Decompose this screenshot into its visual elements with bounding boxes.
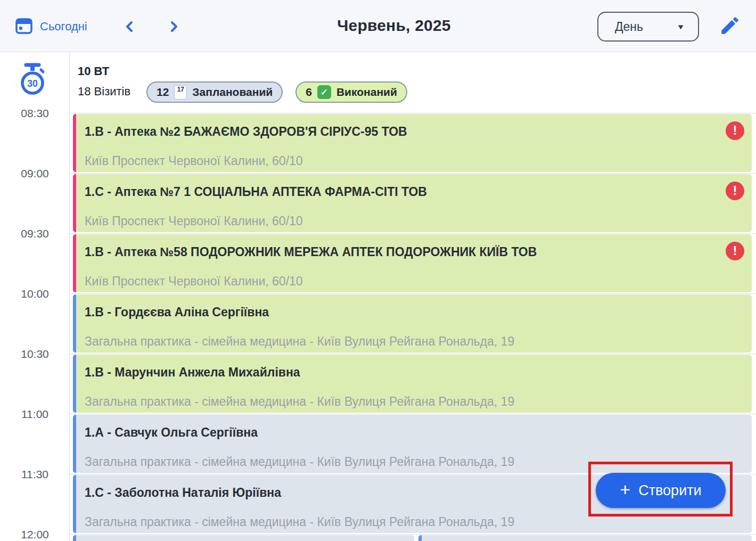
event-card[interactable]: 1.С - Аптека №7 1 СОЦІАЛЬНА АПТЕКА ФАРМА… bbox=[73, 174, 752, 232]
next-day-button[interactable] bbox=[166, 19, 182, 35]
gridline bbox=[70, 233, 756, 234]
plus-icon: + bbox=[620, 479, 630, 500]
event-title: 1.В - Марунчин Анжела Михайлівна bbox=[85, 365, 722, 380]
view-mode-select[interactable]: День ▼ bbox=[597, 12, 699, 42]
planned-badge: 12 17 Запланований bbox=[146, 81, 283, 103]
time-label: 10:00 bbox=[0, 288, 70, 300]
alert-icon: ! bbox=[726, 182, 744, 200]
calendar-icon bbox=[15, 17, 33, 37]
today-button[interactable]: Сьогодні bbox=[15, 17, 87, 37]
alert-icon: ! bbox=[726, 121, 744, 140]
event-title: 1.С - Аптека №7 1 СОЦІАЛЬНА АПТЕКА ФАРМА… bbox=[85, 185, 722, 199]
event-subtitle: Київ Проспект Червоної Калини, 60/10 bbox=[85, 274, 722, 288]
done-badge: 6 ✓ Виконаний bbox=[295, 81, 407, 103]
gridline bbox=[70, 414, 756, 414]
edit-button[interactable] bbox=[718, 14, 742, 38]
gridline bbox=[70, 354, 756, 354]
top-toolbar: Сьогодні Червень, 2025 День ▼ bbox=[0, 0, 756, 52]
planned-count: 12 bbox=[157, 86, 169, 99]
time-label: 10:30 bbox=[0, 348, 70, 360]
chevron-left-icon bbox=[125, 21, 134, 34]
event-card[interactable]: 1.В - Марунчин Анжела Михайлівна Загальн… bbox=[73, 355, 752, 413]
event-subtitle: Загальна практика - сімейна медицина - К… bbox=[85, 515, 722, 529]
event-title: 1.В - Гордєєва Аліна Сергіївна bbox=[85, 305, 722, 319]
create-button-label: Створити bbox=[638, 482, 701, 499]
event-subtitle: Київ Проспект Червоної Калини, 60/10 bbox=[85, 214, 722, 228]
event-subtitle: Загальна практика - сімейна медицина - К… bbox=[85, 334, 722, 348]
done-label: Виконаний bbox=[336, 86, 397, 99]
event-subtitle: Київ Проспект Червоної Калини, 60/10 bbox=[85, 154, 722, 168]
gridline bbox=[70, 173, 756, 174]
month-title: Червень, 2025 bbox=[213, 17, 575, 35]
time-label: 08:30 bbox=[0, 107, 70, 120]
event-card[interactable]: 1.В - Гордєєва Аліна Сергіївна Загальна … bbox=[73, 294, 752, 353]
status-badges: 12 17 Запланований 6 ✓ Виконаний bbox=[146, 81, 407, 103]
event-card-partial[interactable] bbox=[418, 535, 752, 541]
event-subtitle: Загальна практика - сімейна медицина - К… bbox=[85, 455, 722, 469]
event-title: 1.А - Савчук Ольга Сергіївна bbox=[85, 425, 722, 440]
done-count: 6 bbox=[306, 86, 312, 99]
calendar-emoji-icon: 17 bbox=[174, 85, 187, 100]
schedule-area: 10 ВТ 18 Візитів 12 17 Запланований 6 ✓ … bbox=[70, 52, 756, 541]
event-card[interactable]: 1.В - Аптека №58 ПОДОРОЖНИК МЕРЕЖА АПТЕК… bbox=[73, 234, 752, 292]
time-gutter: 30 08:30 09:00 09:30 10:00 10:30 11:00 1… bbox=[0, 52, 70, 541]
time-label: 09:30 bbox=[0, 227, 70, 240]
pencil-icon bbox=[719, 30, 741, 38]
today-label: Сьогодні bbox=[40, 20, 87, 34]
alert-icon: ! bbox=[726, 242, 744, 260]
event-card-partial[interactable] bbox=[73, 535, 414, 541]
time-label: 09:00 bbox=[0, 167, 70, 180]
chevron-down-icon: ▼ bbox=[677, 23, 685, 31]
timer-value: 30 bbox=[27, 78, 38, 89]
view-mode-value: День bbox=[615, 20, 643, 34]
gridline bbox=[70, 534, 756, 535]
visit-count-label: 18 Візитів bbox=[78, 85, 130, 99]
stopwatch-timer-icon: 30 bbox=[19, 63, 46, 98]
time-label: 12:00 bbox=[0, 528, 70, 541]
day-date-label: 10 ВТ bbox=[78, 64, 109, 78]
event-title: 1.В - Аптека №58 ПОДОРОЖНИК МЕРЕЖА АПТЕК… bbox=[85, 245, 722, 259]
check-emoji-icon: ✓ bbox=[317, 85, 331, 99]
gridline bbox=[70, 113, 756, 113]
create-button[interactable]: + Створити bbox=[596, 473, 726, 508]
time-label: 11:00 bbox=[0, 408, 70, 421]
chevron-right-icon bbox=[170, 21, 178, 34]
planned-label: Запланований bbox=[192, 86, 273, 99]
event-subtitle: Загальна практика - сімейна медицина - К… bbox=[85, 395, 722, 408]
time-label: 11:30 bbox=[0, 468, 70, 481]
event-title: 1.В - Аптека №2 БАЖАЄМО ЗДОРОВ'Я СІРІУС-… bbox=[85, 125, 722, 139]
prev-day-button[interactable] bbox=[121, 19, 137, 35]
event-card[interactable]: 1.В - Аптека №2 БАЖАЄМО ЗДОРОВ'Я СІРІУС-… bbox=[73, 114, 752, 172]
calendar-day-view: Сьогодні Червень, 2025 День ▼ bbox=[0, 0, 756, 541]
gridline bbox=[70, 293, 756, 294]
event-card[interactable]: 1.А - Савчук Ольга Сергіївна Загальна пр… bbox=[73, 415, 752, 473]
